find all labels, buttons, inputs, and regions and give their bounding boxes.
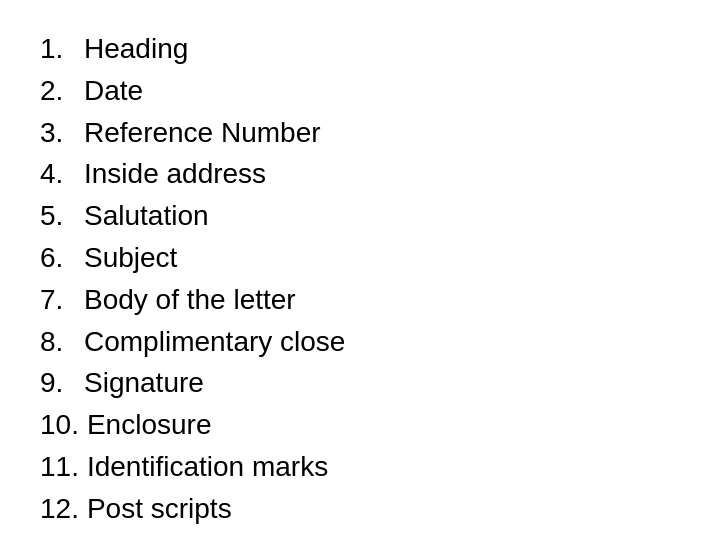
list-item-number: 12. <box>40 490 79 528</box>
list-item: 4.Inside address <box>40 155 345 193</box>
list-item-number: 10. <box>40 406 79 444</box>
list-item: 2.Date <box>40 72 345 110</box>
list-item-label: Enclosure <box>87 406 212 444</box>
list-item: 10.Enclosure <box>40 406 345 444</box>
list-item-label: Date <box>84 72 143 110</box>
list-item: 3.Reference Number <box>40 114 345 152</box>
list-item-number: 4. <box>40 155 76 193</box>
list-item-label: Signature <box>84 364 204 402</box>
list-item-number: 5. <box>40 197 76 235</box>
list-item-number: 8. <box>40 323 76 361</box>
list-item-number: 9. <box>40 364 76 402</box>
list-item: 12.Post scripts <box>40 490 345 528</box>
list-item-label: Body of the letter <box>84 281 296 319</box>
list-item-label: Heading <box>84 30 188 68</box>
list-item-number: 3. <box>40 114 76 152</box>
list-item-number: 6. <box>40 239 76 277</box>
list-item-label: Identification marks <box>87 448 328 486</box>
list-item-label: Post scripts <box>87 490 232 528</box>
list-item-label: Salutation <box>84 197 209 235</box>
list-item: 9.Signature <box>40 364 345 402</box>
list-item-number: 2. <box>40 72 76 110</box>
list-item-number: 7. <box>40 281 76 319</box>
list-item-number: 1. <box>40 30 76 68</box>
list-item: 5.Salutation <box>40 197 345 235</box>
list-item: 1.Heading <box>40 30 345 68</box>
list-item: 11.Identification marks <box>40 448 345 486</box>
list-item-label: Complimentary close <box>84 323 345 361</box>
list-item: 8.Complimentary close <box>40 323 345 361</box>
list-item: 6.Subject <box>40 239 345 277</box>
numbered-list: 1.Heading2.Date3.Reference Number4.Insid… <box>40 30 345 528</box>
list-item-label: Inside address <box>84 155 266 193</box>
list-item: 7.Body of the letter <box>40 281 345 319</box>
list-item-number: 11. <box>40 448 79 486</box>
list-item-label: Reference Number <box>84 114 321 152</box>
list-item-label: Subject <box>84 239 177 277</box>
